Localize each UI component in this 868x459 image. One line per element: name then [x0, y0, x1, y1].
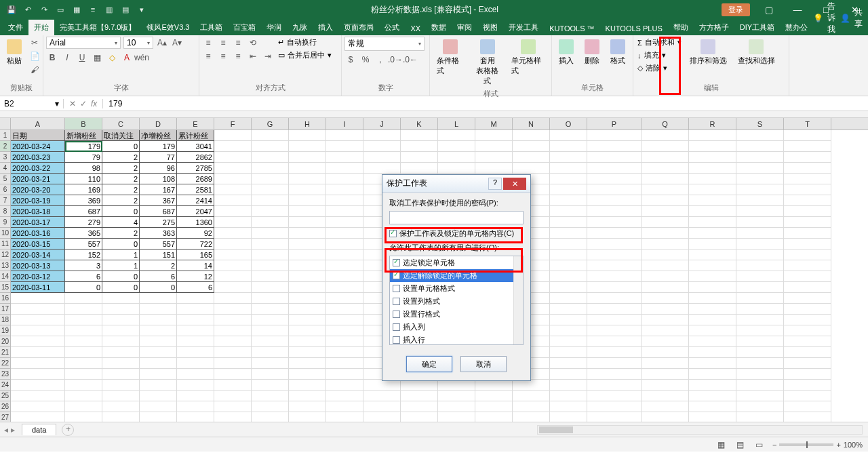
row-header[interactable]: 6	[0, 184, 11, 195]
tab-方方格子[interactable]: 方方格子	[694, 20, 734, 35]
cell[interactable]	[736, 217, 784, 228]
percent-icon[interactable]: %	[359, 54, 372, 66]
cell[interactable]	[401, 152, 438, 163]
cell[interactable]	[550, 217, 587, 228]
cell[interactable]: 3041	[177, 141, 214, 152]
cell[interactable]	[513, 380, 550, 391]
cell[interactable]: 2785	[177, 163, 214, 174]
cell[interactable]	[784, 369, 831, 380]
cell[interactable]	[252, 282, 289, 293]
cell[interactable]: 110	[65, 174, 102, 184]
cell[interactable]	[587, 369, 642, 380]
cancel-formula-icon[interactable]: ✕	[69, 99, 76, 108]
cell[interactable]: 12	[177, 271, 214, 282]
cell[interactable]	[689, 412, 736, 422]
cell[interactable]	[438, 130, 475, 141]
cell[interactable]	[784, 260, 831, 271]
cell[interactable]	[326, 195, 363, 206]
cell[interactable]	[642, 271, 689, 282]
cell[interactable]	[102, 325, 140, 336]
cell[interactable]	[252, 260, 289, 271]
cell[interactable]: 6	[65, 271, 102, 282]
cell[interactable]	[689, 195, 736, 206]
cell[interactable]	[642, 304, 689, 315]
cancel-button[interactable]: 取消	[460, 356, 507, 372]
qat-icon[interactable]: ≡	[87, 3, 99, 16]
col-header[interactable]: O	[550, 118, 587, 129]
qat-icon[interactable]: ▥	[103, 3, 115, 16]
cell[interactable]	[642, 217, 689, 228]
cell[interactable]	[513, 412, 550, 422]
cell[interactable]: 179	[140, 141, 177, 152]
cell[interactable]	[642, 130, 689, 141]
cell[interactable]	[140, 315, 177, 325]
cell[interactable]	[252, 141, 289, 152]
cell-styles-button[interactable]: 单元格样式	[507, 37, 549, 79]
cell[interactable]	[140, 369, 177, 380]
cell[interactable]	[736, 130, 784, 141]
cell[interactable]	[363, 391, 401, 401]
italic-icon[interactable]: I	[61, 52, 73, 64]
cell[interactable]	[689, 174, 736, 184]
cell[interactable]	[587, 325, 642, 336]
cell[interactable]	[475, 391, 513, 401]
cell[interactable]	[326, 336, 363, 347]
cell[interactable]: 6	[140, 271, 177, 282]
cell[interactable]	[513, 152, 550, 163]
cell[interactable]	[736, 174, 784, 184]
cell[interactable]	[363, 152, 401, 163]
cell[interactable]	[550, 369, 587, 380]
col-header[interactable]: G	[252, 118, 289, 129]
cell[interactable]	[550, 206, 587, 217]
cell[interactable]	[363, 141, 401, 152]
align-middle-icon[interactable]: ≡	[217, 37, 229, 49]
col-header[interactable]: L	[438, 118, 475, 129]
cell[interactable]	[102, 315, 140, 325]
cell[interactable]	[550, 163, 587, 174]
tab-完美工具箱【9.7.0版】[interactable]: 完美工具箱【9.7.0版】	[54, 20, 141, 35]
cell[interactable]: 2	[102, 195, 140, 206]
cell[interactable]	[587, 412, 642, 422]
cell[interactable]: 2	[140, 260, 177, 271]
cell[interactable]: 净增粉丝	[140, 130, 177, 141]
cell[interactable]	[252, 325, 289, 336]
cell[interactable]	[550, 315, 587, 325]
cell[interactable]: 92	[177, 228, 214, 239]
tab-插入[interactable]: 插入	[313, 20, 338, 35]
tab-开始[interactable]: 开始	[28, 20, 54, 35]
cell[interactable]	[513, 130, 550, 141]
row-header[interactable]: 17	[0, 304, 11, 315]
align-right-icon[interactable]: ≡	[232, 50, 244, 62]
row-header[interactable]: 24	[0, 380, 11, 391]
login-button[interactable]: 登录	[722, 3, 750, 16]
cell[interactable]	[102, 369, 140, 380]
cell[interactable]	[65, 412, 102, 422]
cell[interactable]: 6	[177, 282, 214, 293]
cell[interactable]	[289, 130, 326, 141]
cell[interactable]	[102, 358, 140, 369]
cell[interactable]	[214, 358, 252, 369]
tab-页面布局[interactable]: 页面布局	[338, 20, 379, 35]
col-header[interactable]: N	[513, 118, 550, 129]
cell[interactable]	[784, 152, 831, 163]
share-icon[interactable]: 👤	[840, 14, 850, 23]
cell[interactable]	[102, 401, 140, 412]
cell[interactable]	[214, 293, 252, 304]
cell[interactable]	[214, 217, 252, 228]
cell[interactable]: 2020-03-14	[11, 250, 65, 260]
fx-icon[interactable]: fx	[91, 99, 97, 108]
row-header[interactable]: 8	[0, 206, 11, 217]
cell[interactable]	[326, 282, 363, 293]
cell[interactable]	[736, 412, 784, 422]
row-header[interactable]: 3	[0, 152, 11, 163]
cell[interactable]	[252, 380, 289, 391]
tell-me[interactable]: 告诉我	[827, 1, 836, 35]
cell[interactable]	[11, 369, 65, 380]
cell[interactable]	[214, 304, 252, 315]
cell[interactable]	[475, 412, 513, 422]
cell[interactable]	[214, 391, 252, 401]
cell[interactable]: 367	[140, 195, 177, 206]
cell[interactable]	[177, 391, 214, 401]
cell[interactable]: 1	[102, 250, 140, 260]
cell[interactable]: 2020-03-22	[11, 163, 65, 174]
